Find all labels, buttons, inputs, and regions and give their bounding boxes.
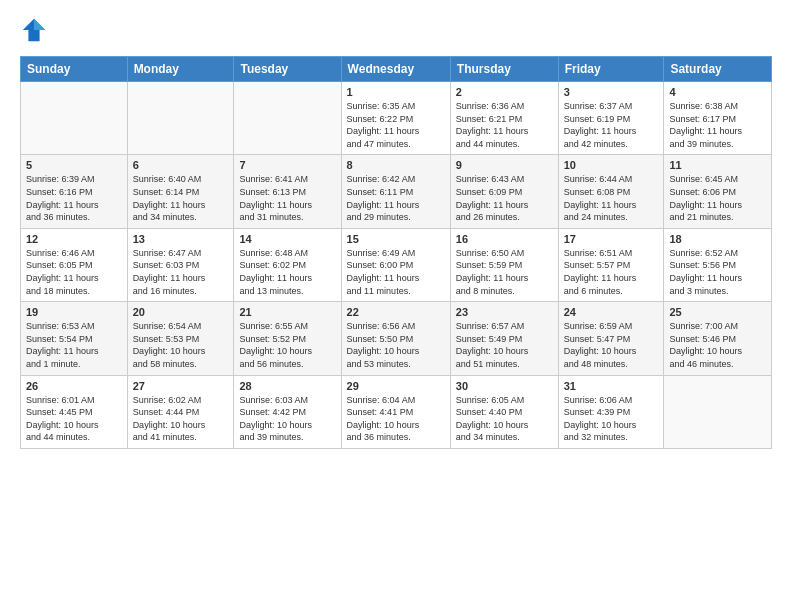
day-info: Sunrise: 6:57 AM Sunset: 5:49 PM Dayligh… (456, 320, 553, 370)
day-number: 13 (133, 233, 229, 245)
day-info: Sunrise: 6:35 AM Sunset: 6:22 PM Dayligh… (347, 100, 445, 150)
day-number: 26 (26, 380, 122, 392)
calendar-day-cell: 28Sunrise: 6:03 AM Sunset: 4:42 PM Dayli… (234, 375, 341, 448)
day-number: 7 (239, 159, 335, 171)
day-number: 8 (347, 159, 445, 171)
day-number: 12 (26, 233, 122, 245)
page: SundayMondayTuesdayWednesdayThursdayFrid… (0, 0, 792, 612)
day-number: 11 (669, 159, 766, 171)
day-info: Sunrise: 6:54 AM Sunset: 5:53 PM Dayligh… (133, 320, 229, 370)
day-info: Sunrise: 6:03 AM Sunset: 4:42 PM Dayligh… (239, 394, 335, 444)
day-info: Sunrise: 6:47 AM Sunset: 6:03 PM Dayligh… (133, 247, 229, 297)
day-info: Sunrise: 6:46 AM Sunset: 6:05 PM Dayligh… (26, 247, 122, 297)
day-info: Sunrise: 6:51 AM Sunset: 5:57 PM Dayligh… (564, 247, 659, 297)
day-info: Sunrise: 6:43 AM Sunset: 6:09 PM Dayligh… (456, 173, 553, 223)
calendar-header-row: SundayMondayTuesdayWednesdayThursdayFrid… (21, 57, 772, 82)
day-number: 27 (133, 380, 229, 392)
logo (20, 16, 52, 44)
day-info: Sunrise: 6:37 AM Sunset: 6:19 PM Dayligh… (564, 100, 659, 150)
calendar-day-cell: 14Sunrise: 6:48 AM Sunset: 6:02 PM Dayli… (234, 228, 341, 301)
day-number: 20 (133, 306, 229, 318)
calendar-day-cell: 5Sunrise: 6:39 AM Sunset: 6:16 PM Daylig… (21, 155, 128, 228)
calendar-day-cell: 25Sunrise: 7:00 AM Sunset: 5:46 PM Dayli… (664, 302, 772, 375)
calendar-day-cell: 3Sunrise: 6:37 AM Sunset: 6:19 PM Daylig… (558, 82, 664, 155)
calendar-day-cell: 29Sunrise: 6:04 AM Sunset: 4:41 PM Dayli… (341, 375, 450, 448)
day-number: 28 (239, 380, 335, 392)
day-info: Sunrise: 6:01 AM Sunset: 4:45 PM Dayligh… (26, 394, 122, 444)
day-info: Sunrise: 6:39 AM Sunset: 6:16 PM Dayligh… (26, 173, 122, 223)
day-number: 23 (456, 306, 553, 318)
calendar-day-cell: 31Sunrise: 6:06 AM Sunset: 4:39 PM Dayli… (558, 375, 664, 448)
calendar-day-cell (21, 82, 128, 155)
day-number: 17 (564, 233, 659, 245)
calendar-day-cell: 20Sunrise: 6:54 AM Sunset: 5:53 PM Dayli… (127, 302, 234, 375)
day-number: 24 (564, 306, 659, 318)
header (20, 16, 772, 44)
day-of-week-header: Sunday (21, 57, 128, 82)
day-number: 31 (564, 380, 659, 392)
calendar-day-cell: 11Sunrise: 6:45 AM Sunset: 6:06 PM Dayli… (664, 155, 772, 228)
calendar-day-cell: 8Sunrise: 6:42 AM Sunset: 6:11 PM Daylig… (341, 155, 450, 228)
day-number: 18 (669, 233, 766, 245)
day-info: Sunrise: 6:02 AM Sunset: 4:44 PM Dayligh… (133, 394, 229, 444)
day-info: Sunrise: 7:00 AM Sunset: 5:46 PM Dayligh… (669, 320, 766, 370)
day-info: Sunrise: 6:59 AM Sunset: 5:47 PM Dayligh… (564, 320, 659, 370)
calendar-week-row: 26Sunrise: 6:01 AM Sunset: 4:45 PM Dayli… (21, 375, 772, 448)
day-number: 19 (26, 306, 122, 318)
calendar-day-cell: 27Sunrise: 6:02 AM Sunset: 4:44 PM Dayli… (127, 375, 234, 448)
calendar-day-cell: 17Sunrise: 6:51 AM Sunset: 5:57 PM Dayli… (558, 228, 664, 301)
calendar-day-cell (234, 82, 341, 155)
day-info: Sunrise: 6:05 AM Sunset: 4:40 PM Dayligh… (456, 394, 553, 444)
calendar-day-cell: 19Sunrise: 6:53 AM Sunset: 5:54 PM Dayli… (21, 302, 128, 375)
calendar-week-row: 5Sunrise: 6:39 AM Sunset: 6:16 PM Daylig… (21, 155, 772, 228)
calendar-day-cell: 13Sunrise: 6:47 AM Sunset: 6:03 PM Dayli… (127, 228, 234, 301)
calendar-day-cell: 24Sunrise: 6:59 AM Sunset: 5:47 PM Dayli… (558, 302, 664, 375)
day-info: Sunrise: 6:04 AM Sunset: 4:41 PM Dayligh… (347, 394, 445, 444)
day-info: Sunrise: 6:44 AM Sunset: 6:08 PM Dayligh… (564, 173, 659, 223)
calendar-day-cell: 4Sunrise: 6:38 AM Sunset: 6:17 PM Daylig… (664, 82, 772, 155)
calendar-day-cell: 30Sunrise: 6:05 AM Sunset: 4:40 PM Dayli… (450, 375, 558, 448)
day-number: 3 (564, 86, 659, 98)
day-number: 21 (239, 306, 335, 318)
calendar-day-cell: 6Sunrise: 6:40 AM Sunset: 6:14 PM Daylig… (127, 155, 234, 228)
day-number: 22 (347, 306, 445, 318)
day-info: Sunrise: 6:52 AM Sunset: 5:56 PM Dayligh… (669, 247, 766, 297)
logo-icon (20, 16, 48, 44)
calendar-day-cell: 18Sunrise: 6:52 AM Sunset: 5:56 PM Dayli… (664, 228, 772, 301)
day-number: 30 (456, 380, 553, 392)
calendar-day-cell: 1Sunrise: 6:35 AM Sunset: 6:22 PM Daylig… (341, 82, 450, 155)
day-number: 16 (456, 233, 553, 245)
day-number: 9 (456, 159, 553, 171)
day-number: 25 (669, 306, 766, 318)
day-of-week-header: Monday (127, 57, 234, 82)
day-of-week-header: Saturday (664, 57, 772, 82)
day-info: Sunrise: 6:38 AM Sunset: 6:17 PM Dayligh… (669, 100, 766, 150)
calendar-day-cell: 26Sunrise: 6:01 AM Sunset: 4:45 PM Dayli… (21, 375, 128, 448)
day-info: Sunrise: 6:40 AM Sunset: 6:14 PM Dayligh… (133, 173, 229, 223)
day-number: 6 (133, 159, 229, 171)
calendar-day-cell: 9Sunrise: 6:43 AM Sunset: 6:09 PM Daylig… (450, 155, 558, 228)
calendar-week-row: 1Sunrise: 6:35 AM Sunset: 6:22 PM Daylig… (21, 82, 772, 155)
calendar-day-cell: 2Sunrise: 6:36 AM Sunset: 6:21 PM Daylig… (450, 82, 558, 155)
day-number: 29 (347, 380, 445, 392)
calendar-week-row: 19Sunrise: 6:53 AM Sunset: 5:54 PM Dayli… (21, 302, 772, 375)
calendar-table: SundayMondayTuesdayWednesdayThursdayFrid… (20, 56, 772, 449)
day-number: 5 (26, 159, 122, 171)
day-number: 14 (239, 233, 335, 245)
calendar-day-cell (664, 375, 772, 448)
day-info: Sunrise: 6:45 AM Sunset: 6:06 PM Dayligh… (669, 173, 766, 223)
day-info: Sunrise: 6:50 AM Sunset: 5:59 PM Dayligh… (456, 247, 553, 297)
calendar-day-cell: 22Sunrise: 6:56 AM Sunset: 5:50 PM Dayli… (341, 302, 450, 375)
calendar-day-cell: 12Sunrise: 6:46 AM Sunset: 6:05 PM Dayli… (21, 228, 128, 301)
day-info: Sunrise: 6:06 AM Sunset: 4:39 PM Dayligh… (564, 394, 659, 444)
day-info: Sunrise: 6:53 AM Sunset: 5:54 PM Dayligh… (26, 320, 122, 370)
calendar-day-cell (127, 82, 234, 155)
day-info: Sunrise: 6:41 AM Sunset: 6:13 PM Dayligh… (239, 173, 335, 223)
day-number: 1 (347, 86, 445, 98)
day-info: Sunrise: 6:42 AM Sunset: 6:11 PM Dayligh… (347, 173, 445, 223)
day-of-week-header: Tuesday (234, 57, 341, 82)
day-info: Sunrise: 6:55 AM Sunset: 5:52 PM Dayligh… (239, 320, 335, 370)
day-number: 10 (564, 159, 659, 171)
day-info: Sunrise: 6:48 AM Sunset: 6:02 PM Dayligh… (239, 247, 335, 297)
day-info: Sunrise: 6:56 AM Sunset: 5:50 PM Dayligh… (347, 320, 445, 370)
